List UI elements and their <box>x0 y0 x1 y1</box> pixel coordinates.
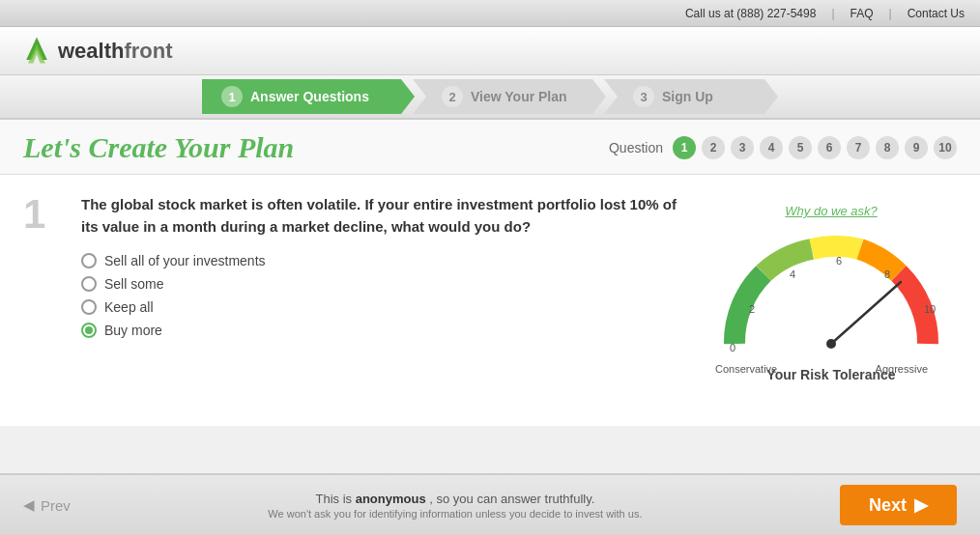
step3-num: 3 <box>633 86 654 107</box>
step-answer-questions[interactable]: 1 Answer Questions <box>202 79 415 114</box>
q-num-5[interactable]: 5 <box>789 136 812 159</box>
options-list: Sell all of your investments Sell some K… <box>81 253 686 338</box>
svg-text:10: 10 <box>924 303 936 315</box>
q-num-10[interactable]: 10 <box>934 136 957 159</box>
gauge-container: 0 2 4 6 8 10 Conservative Aggressive <box>715 228 947 363</box>
option-sell-all-label: Sell all of your investments <box>104 253 266 268</box>
question-content: The global stock market is often volatil… <box>81 194 686 407</box>
footer: ◀ Prev This is anonymous , so you can an… <box>0 473 980 535</box>
logo-text: wealthfront <box>58 39 173 64</box>
prev-arrow-icon: ◀ <box>23 496 35 514</box>
q-num-9[interactable]: 9 <box>905 136 928 159</box>
option-keep-all[interactable]: Keep all <box>81 299 686 315</box>
radio-sell-some[interactable] <box>81 276 97 292</box>
svg-text:6: 6 <box>836 255 842 267</box>
step-sign-up[interactable]: 3 Sign Up <box>604 79 778 114</box>
contact-link[interactable]: Contact Us <box>908 7 965 20</box>
question-number: 1 <box>23 194 62 407</box>
logo[interactable]: wealthfront <box>19 34 173 69</box>
step1-label: Answer Questions <box>250 89 369 104</box>
option-buy-more-label: Buy more <box>104 323 162 338</box>
gauge-aggressive-label: Aggressive <box>876 363 928 375</box>
q-num-2[interactable]: 2 <box>702 136 725 159</box>
step1-num: 1 <box>221 86 243 107</box>
option-keep-all-label: Keep all <box>104 299 154 315</box>
radio-keep-all[interactable] <box>81 299 97 315</box>
option-sell-some[interactable]: Sell some <box>81 276 686 292</box>
q-num-4[interactable]: 4 <box>760 136 783 159</box>
phone-number: Call us at (888) 227-5498 <box>685 7 816 20</box>
svg-text:8: 8 <box>884 268 890 280</box>
question-area: 1 The global stock market is often volat… <box>0 175 980 426</box>
option-sell-all[interactable]: Sell all of your investments <box>81 253 686 268</box>
option-buy-more[interactable]: Buy more <box>81 323 686 338</box>
anonymous-text-prefix: This is <box>316 492 353 506</box>
next-arrow-icon: ▶ <box>914 494 928 516</box>
faq-link[interactable]: FAQ <box>850 7 874 20</box>
q-num-7[interactable]: 7 <box>847 136 870 159</box>
gauge-svg: 0 2 4 6 8 10 <box>715 228 947 363</box>
question-label: Question <box>609 140 663 155</box>
anonymous-text-suffix: , so you can answer truthfully. <box>429 492 594 506</box>
question-nav: Question 1 2 3 4 5 6 7 8 9 10 <box>609 136 957 159</box>
steps-bar: 1 Answer Questions 2 View Your Plan 3 Si… <box>0 75 980 120</box>
footer-sub-text: We won't ask you for identifying informa… <box>268 508 642 520</box>
svg-line-8 <box>831 282 901 344</box>
q-num-1[interactable]: 1 <box>673 136 696 159</box>
step3-label: Sign Up <box>662 89 713 104</box>
why-ask-link[interactable]: Why do we ask? <box>785 204 877 218</box>
radio-sell-all[interactable] <box>81 253 97 268</box>
step2-label: View Your Plan <box>471 89 567 104</box>
radio-buy-more[interactable] <box>81 323 97 338</box>
anonymous-bold: anonymous <box>356 492 426 506</box>
next-label: Next <box>869 495 907 516</box>
step-view-plan[interactable]: 2 View Your Plan <box>413 79 606 114</box>
header: wealthfront <box>0 27 980 75</box>
svg-text:0: 0 <box>730 342 735 353</box>
gauge-conservative-label: Conservative <box>715 363 777 375</box>
step2-num: 2 <box>442 86 463 107</box>
steps-container: 1 Answer Questions 2 View Your Plan 3 Si… <box>202 79 778 114</box>
question-text: The global stock market is often volatil… <box>81 194 686 238</box>
option-sell-some-label: Sell some <box>104 276 163 292</box>
separator2: | <box>889 7 892 20</box>
prev-label: Prev <box>41 497 71 514</box>
gauge-area: Why do we ask? 0 2 4 6 8 10 <box>706 194 957 407</box>
q-num-8[interactable]: 8 <box>876 136 899 159</box>
logo-icon <box>19 34 54 69</box>
svg-text:2: 2 <box>749 303 755 315</box>
prev-button[interactable]: ◀ Prev <box>23 496 71 514</box>
page-title: Let's Create Your Plan <box>23 131 294 164</box>
q-num-6[interactable]: 6 <box>818 136 841 159</box>
title-row: Let's Create Your Plan Question 1 2 3 4 … <box>0 120 980 175</box>
svg-point-9 <box>826 339 836 349</box>
top-bar: Call us at (888) 227-5498 | FAQ | Contac… <box>0 0 980 27</box>
separator1: | <box>831 7 834 20</box>
next-button[interactable]: Next ▶ <box>840 485 957 525</box>
footer-text: This is anonymous , so you can answer tr… <box>268 492 642 520</box>
q-num-3[interactable]: 3 <box>731 136 754 159</box>
svg-text:4: 4 <box>790 268 795 280</box>
